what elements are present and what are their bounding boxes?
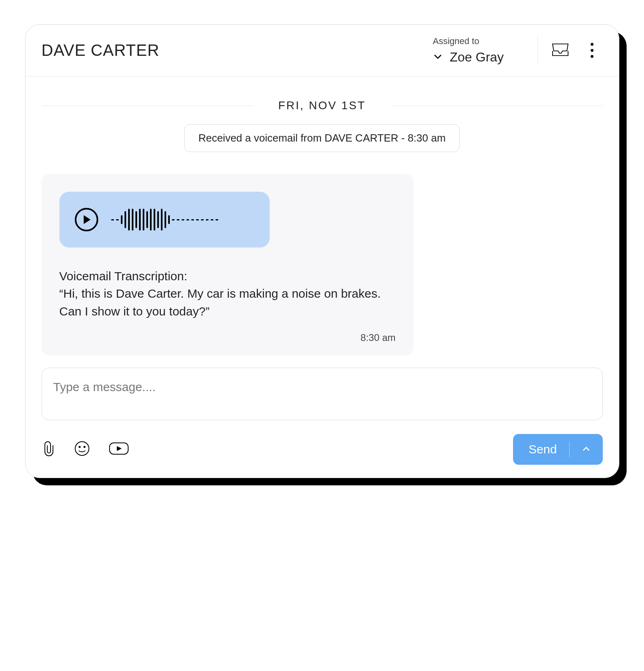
send-button-label: Send (528, 442, 557, 456)
more-options-button[interactable] (587, 43, 598, 58)
send-divider (569, 441, 570, 457)
chevron-down-icon (433, 52, 443, 63)
svg-point-2 (84, 447, 85, 448)
svg-marker-4 (117, 446, 122, 451)
audio-waveform-icon[interactable] (111, 209, 218, 231)
message-composer: Type a message.... Send (25, 356, 619, 478)
assigned-to-dropdown[interactable]: Zoe Gray (433, 50, 518, 65)
chevron-up-icon (582, 442, 591, 456)
conversation-card: DAVE CARTER Assigned to Zoe Gray FRI, NO… (25, 24, 619, 478)
inbox-icon[interactable] (551, 42, 570, 59)
contact-name: DAVE CARTER (42, 41, 433, 59)
emoji-icon[interactable] (74, 440, 90, 458)
message-timestamp: 8:30 am (59, 332, 396, 343)
assigned-to-name: Zoe Gray (450, 50, 504, 65)
conversation-header: DAVE CARTER Assigned to Zoe Gray (25, 25, 619, 76)
audio-player (59, 192, 270, 248)
video-icon[interactable] (108, 440, 130, 458)
svg-point-0 (75, 442, 89, 455)
message-input[interactable]: Type a message.... (42, 368, 603, 420)
voicemail-bubble: Voicemail Transcription: “Hi, this is Da… (42, 174, 414, 356)
transcription-label: Voicemail Transcription: (59, 269, 396, 283)
header-actions (551, 42, 603, 59)
play-button[interactable] (75, 208, 98, 231)
transcription-text: “Hi, this is Dave Carter. My car is maki… (59, 285, 396, 320)
message-thread: FRI, NOV 1ST Received a voicemail from D… (25, 76, 619, 356)
send-button[interactable]: Send (513, 434, 602, 465)
date-separator: FRI, NOV 1ST (42, 99, 603, 112)
event-pill: Received a voicemail from DAVE CARTER - … (184, 124, 460, 152)
assigned-to-label: Assigned to (433, 36, 518, 47)
assigned-block: Assigned to Zoe Gray (433, 36, 538, 65)
svg-point-1 (79, 447, 80, 448)
composer-toolbar: Send (42, 434, 603, 465)
attachment-icon[interactable] (42, 440, 56, 458)
